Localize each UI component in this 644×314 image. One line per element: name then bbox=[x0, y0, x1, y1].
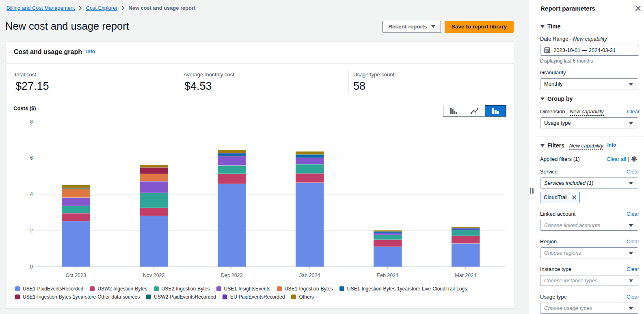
svg-text:Feb 2024: Feb 2024 bbox=[377, 273, 398, 278]
svg-text:0: 0 bbox=[30, 264, 33, 270]
svg-text:Jan 2024: Jan 2024 bbox=[299, 273, 320, 278]
svg-text:4: 4 bbox=[30, 191, 33, 197]
svg-text:6: 6 bbox=[30, 155, 33, 161]
svg-text:8: 8 bbox=[30, 119, 33, 125]
svg-text:Dec 2023: Dec 2023 bbox=[221, 273, 243, 278]
svg-text:Mar 2024: Mar 2024 bbox=[455, 273, 476, 278]
svg-text:Nov 2023: Nov 2023 bbox=[143, 273, 165, 278]
svg-text:Oct 2023: Oct 2023 bbox=[65, 273, 86, 278]
svg-text:2: 2 bbox=[30, 228, 33, 234]
